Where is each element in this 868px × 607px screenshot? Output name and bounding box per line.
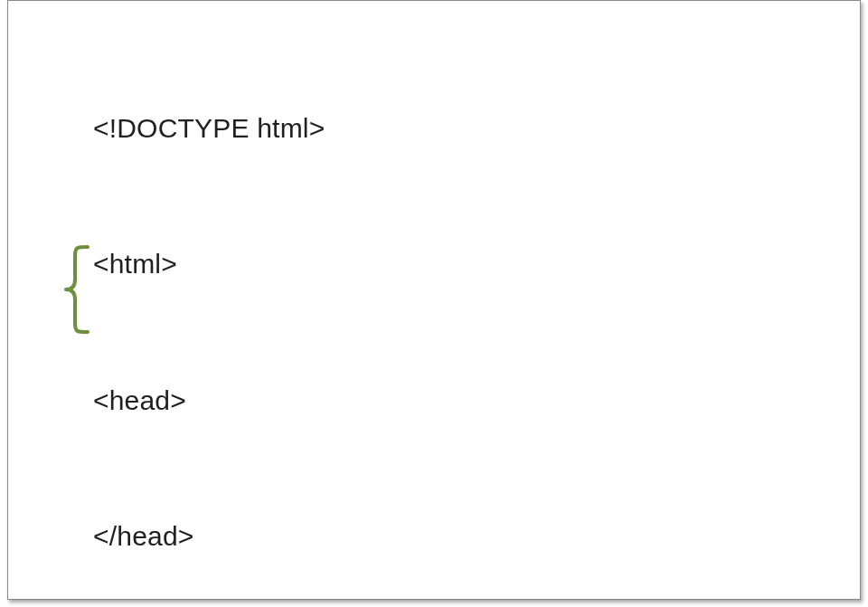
code-line: </head>: [93, 514, 551, 559]
code-line: <!DOCTYPE html>: [93, 106, 551, 151]
code-block: <!DOCTYPE html> <html> <head> </head> <b…: [93, 15, 551, 607]
slide-frame: <!DOCTYPE html> <html> <head> </head> <b…: [7, 0, 861, 600]
left-brace-icon: [41, 243, 91, 336]
code-line: <head>: [93, 378, 551, 423]
code-line: <html>: [93, 242, 551, 287]
